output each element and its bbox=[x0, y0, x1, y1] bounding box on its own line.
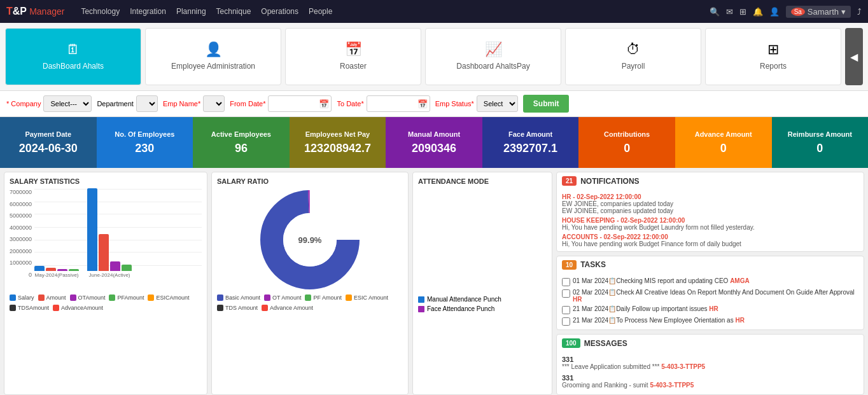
nav-people[interactable]: People bbox=[309, 7, 332, 16]
legend-label-pf: PFAmount bbox=[117, 295, 144, 301]
nav-integration[interactable]: Integration bbox=[130, 7, 166, 16]
nav-technique[interactable]: Technique bbox=[216, 7, 251, 16]
card-employee-admin[interactable]: 👤 Employee Administration bbox=[145, 28, 281, 85]
stat-value-8: 0 bbox=[816, 142, 823, 155]
stat-employees: No. Of Employees 230 bbox=[97, 117, 193, 168]
notif-hk-text: Hi, You have pending work Budget Laundry… bbox=[562, 224, 858, 231]
scroll-right-button[interactable]: ◀ bbox=[845, 28, 863, 85]
stat-label-6: Contributions bbox=[604, 130, 650, 139]
task-1-link[interactable]: AMGA bbox=[730, 277, 750, 284]
may-amount-bar bbox=[46, 268, 56, 271]
top-nav: T&P Manager Technology Integration Plann… bbox=[0, 0, 868, 23]
may-pf-bar bbox=[69, 269, 79, 271]
notif-hr-link[interactable]: HR - 02-Sep-2022 12:00:00 bbox=[562, 193, 858, 200]
card-label-employee: Employee Administration bbox=[171, 62, 255, 72]
legend-dot-advance bbox=[53, 305, 59, 311]
nav-technology[interactable]: Technology bbox=[81, 7, 120, 16]
task-4-link[interactable]: HR bbox=[735, 317, 744, 324]
task-3-link[interactable]: HR bbox=[709, 305, 718, 312]
notifications-badge: 21 bbox=[562, 176, 577, 186]
right-panel: 21 NOTIFICATIONS HR - 02-Sep-2022 12:00:… bbox=[556, 172, 864, 395]
notif-hk-link[interactable]: HOUSE KEEPING - 02-Sep-2022 12:00:00 bbox=[562, 217, 858, 224]
ratio-legend-esic: ESIC Amount bbox=[346, 295, 388, 301]
y-3m: 3000000 bbox=[10, 236, 32, 242]
stat-label-4: Manual Amount bbox=[408, 130, 460, 139]
user-icon[interactable]: 👤 bbox=[769, 7, 780, 17]
ratio-label-basic: Basic Amount bbox=[225, 295, 260, 301]
att-label-face: Face Attendance Punch bbox=[427, 305, 494, 312]
notif-acc-text: Hi, You have pending work Budget Finance… bbox=[562, 240, 858, 247]
payroll-icon: ⏱ bbox=[626, 41, 640, 58]
legend-tds: TDSAmount bbox=[10, 305, 49, 311]
task-4-checkbox[interactable] bbox=[562, 317, 570, 326]
brand-logo[interactable]: T&P Manager bbox=[6, 6, 64, 17]
card-dashboard-ahalts[interactable]: 🗓 DashBoard Ahalts bbox=[5, 28, 141, 85]
calendar2-icon[interactable]: 📅 bbox=[417, 99, 428, 109]
emp-status-select[interactable]: Select bbox=[477, 95, 518, 112]
card-roaster[interactable]: 📅 Roaster bbox=[285, 28, 421, 85]
user-name: Samarth bbox=[808, 7, 839, 17]
logout-icon[interactable]: ⤴ bbox=[857, 7, 862, 17]
to-date-label: To Date* bbox=[337, 100, 363, 107]
task-1-text: 01 Mar 2024📋Checking MIS report and upda… bbox=[573, 277, 750, 284]
department-select[interactable] bbox=[136, 95, 158, 112]
nav-operations[interactable]: Operations bbox=[261, 7, 298, 16]
msg-1-text: *** Leave Application submitted *** 5-40… bbox=[562, 363, 858, 370]
reports-icon: ⊞ bbox=[767, 41, 779, 58]
ratio-label-esic: ESIC Amount bbox=[354, 295, 388, 301]
card-label-payroll: Payroll bbox=[622, 62, 645, 72]
msg-2-text: Grooming and Ranking - sumit 5-403-3-TTP… bbox=[562, 382, 858, 389]
department-label: Department bbox=[97, 100, 133, 107]
ratio-legend-pf: PF Amount bbox=[305, 295, 342, 301]
card-label-dashboard: DashBoard Ahalts bbox=[43, 62, 104, 72]
submit-button[interactable]: Submit bbox=[523, 95, 570, 113]
legend-esic: ESICAmount bbox=[148, 295, 189, 301]
search-icon[interactable]: 🔍 bbox=[710, 7, 720, 17]
mail-icon[interactable]: ✉ bbox=[726, 7, 733, 17]
nav-planning[interactable]: Planning bbox=[176, 7, 206, 16]
bell-icon[interactable]: 🔔 bbox=[753, 7, 763, 17]
y-7m: 7000000 bbox=[10, 189, 32, 195]
bars-area: May-2024(Passive) June-2024(Active) bbox=[34, 189, 202, 278]
ratio-dot-advance bbox=[262, 305, 268, 311]
task-1-checkbox[interactable] bbox=[562, 278, 570, 286]
ratio-legend-advance: Advance Amount bbox=[262, 305, 313, 311]
ratio-legend: Basic Amount OT Amount PF Amount ESIC Am… bbox=[217, 295, 403, 311]
task-2-link[interactable]: HR bbox=[573, 296, 582, 303]
msg-1-link[interactable]: 5-403-3-TTPP5 bbox=[661, 363, 705, 370]
cards-row: 🗓 DashBoard Ahalts 👤 Employee Administra… bbox=[0, 23, 868, 91]
company-field: * Company Select--- bbox=[6, 95, 92, 112]
user-menu[interactable]: Sa Samarth ▾ bbox=[786, 6, 851, 18]
msg-2-link[interactable]: 5-403-3-TTPP5 bbox=[650, 382, 694, 389]
att-face: Face Attendance Punch bbox=[418, 305, 547, 312]
salary-stats-box: SALARY STATISTICS 7000000 6000000 500000… bbox=[4, 172, 207, 395]
company-label: * Company bbox=[6, 100, 41, 107]
center-panel: SALARY RATIO 99.9% Basic Amount OT Amo bbox=[211, 172, 409, 395]
grid-icon[interactable]: ⊞ bbox=[739, 7, 746, 17]
card-dashboard-pay[interactable]: 📈 Dashboard AhaltsPay bbox=[425, 28, 561, 85]
legend-dot-ot bbox=[70, 295, 76, 301]
legend-label-ot: OTAmount bbox=[78, 295, 106, 301]
dashboard-icon: 🗓 bbox=[66, 41, 80, 58]
notif-acc-link[interactable]: ACCOUNTS - 02-Sep-2022 12:00:00 bbox=[562, 233, 858, 240]
card-payroll[interactable]: ⏱ Payroll bbox=[565, 28, 701, 85]
legend-label-tds: TDSAmount bbox=[18, 305, 49, 311]
task-2-checkbox[interactable] bbox=[562, 289, 570, 298]
att-manual: Manual Attendance Punch bbox=[418, 296, 547, 303]
salary-ratio-box: SALARY RATIO 99.9% Basic Amount OT Amo bbox=[211, 172, 409, 395]
main-area: SALARY STATISTICS 7000000 6000000 500000… bbox=[0, 168, 868, 395]
calendar-icon[interactable]: 📅 bbox=[319, 99, 329, 109]
emp-name-field: Emp Name* bbox=[163, 95, 225, 112]
may-ot-bar bbox=[57, 269, 67, 271]
y-axis: 7000000 6000000 5000000 4000000 3000000 … bbox=[10, 189, 32, 278]
task-3-checkbox[interactable] bbox=[562, 306, 570, 314]
attendance-panel: ATTENDANCE MODE Manual Attendance Punch … bbox=[412, 172, 552, 395]
emp-name-select[interactable] bbox=[203, 95, 225, 112]
tasks-box: 10 TASKS 01 Mar 2024📋Checking MIS report… bbox=[556, 256, 864, 330]
card-reports[interactable]: ⊞ Reports bbox=[705, 28, 841, 85]
company-select[interactable]: Select--- bbox=[43, 95, 92, 112]
legend-label-esic: ESICAmount bbox=[156, 295, 189, 301]
stat-payment-date: Payment Date 2024-06-30 bbox=[0, 117, 97, 168]
tasks-header: 10 TASKS bbox=[557, 256, 864, 274]
user-avatar: Sa bbox=[791, 8, 805, 16]
